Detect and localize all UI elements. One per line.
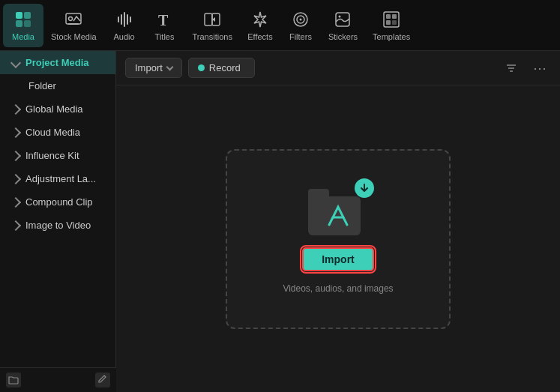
- import-button[interactable]: Import: [125, 58, 182, 78]
- import-chevron-icon: [166, 64, 173, 71]
- nav-label-effects: Effects: [247, 32, 272, 41]
- arrow-right-icon: [10, 150, 21, 160]
- nav-label-media: Media: [12, 32, 34, 41]
- svg-rect-15: [384, 12, 399, 27]
- svg-rect-0: [16, 12, 22, 19]
- svg-rect-6: [68, 23, 79, 25]
- sidebar-item-cloud-media[interactable]: Cloud Media: [0, 121, 115, 144]
- drop-zone[interactable]: Import Videos, audios, and images: [226, 149, 451, 329]
- nav-item-templates[interactable]: Templates: [365, 4, 418, 47]
- nav-label-titles: Titles: [155, 32, 175, 41]
- sidebar-item-compound-clip[interactable]: Compound Clip: [0, 190, 115, 214]
- bottom-edit-icon[interactable]: [95, 373, 110, 388]
- transitions-icon: [202, 10, 222, 29]
- sidebar-label-cloud-media: Cloud Media: [25, 127, 80, 138]
- nav-item-stock-media[interactable]: Stock Media: [43, 4, 104, 47]
- record-label: Record: [209, 62, 241, 73]
- sidebar-item-influence-kit[interactable]: Influence Kit: [0, 144, 115, 167]
- media-icon: [13, 10, 33, 29]
- sidebar-label-adjustment-layer: Adjustment La...: [25, 173, 96, 184]
- download-arrow-icon: [355, 178, 374, 198]
- svg-text:T: T: [158, 12, 169, 28]
- sidebar-label-image-to-video: Image to Video: [25, 220, 91, 231]
- svg-rect-3: [24, 20, 31, 27]
- nav-item-transitions[interactable]: Transitions: [185, 4, 240, 47]
- more-options-icon[interactable]: ⋯: [529, 57, 551, 79]
- arrow-right-icon: [10, 173, 21, 184]
- filter-toolbar-icon[interactable]: [500, 57, 523, 79]
- arrow-right-icon: [10, 127, 21, 137]
- sidebar-label-folder: Folder: [28, 80, 56, 91]
- filters-icon: [291, 10, 310, 29]
- svg-rect-18: [386, 20, 391, 25]
- bottom-folder-icon[interactable]: [6, 373, 21, 388]
- nav-item-filters[interactable]: Filters: [280, 4, 321, 47]
- arrow-right-icon: [10, 196, 21, 207]
- sidebar: Project Media Folder Global Media Cloud …: [0, 51, 116, 392]
- nav-item-effects[interactable]: Effects: [240, 4, 280, 47]
- svg-point-14: [339, 15, 341, 17]
- import-label: Import: [135, 62, 163, 73]
- sidebar-label-project-media: Project Media: [25, 57, 89, 68]
- svg-rect-16: [386, 14, 391, 19]
- nav-label-stock-media: Stock Media: [51, 32, 97, 41]
- nav-label-stickers: Stickers: [328, 32, 358, 41]
- svg-rect-2: [16, 20, 22, 27]
- nav-label-audio: Audio: [113, 32, 134, 41]
- nav-item-titles[interactable]: T Titles: [145, 4, 185, 47]
- arrow-right-icon: [10, 220, 21, 230]
- sidebar-item-image-to-video[interactable]: Image to Video: [0, 214, 115, 237]
- sidebar-item-adjustment-layer[interactable]: Adjustment La...: [0, 167, 115, 190]
- arrow-down-icon: [10, 57, 21, 67]
- svg-point-12: [299, 18, 301, 20]
- stickers-icon: [333, 10, 352, 29]
- sidebar-item-folder[interactable]: Folder: [0, 74, 115, 97]
- drop-zone-hint: Videos, audios, and images: [283, 283, 393, 294]
- nav-item-stickers[interactable]: Stickers: [321, 4, 365, 47]
- nav-label-transitions: Transitions: [193, 32, 232, 41]
- ellipsis-icon: ⋯: [533, 60, 547, 76]
- record-button[interactable]: Record: [188, 58, 255, 78]
- nav-label-templates: Templates: [373, 32, 410, 41]
- import-highlighted-button[interactable]: Import: [302, 247, 374, 271]
- arrow-right-icon: [10, 103, 21, 114]
- effects-icon: [250, 10, 270, 29]
- stock-media-icon: [64, 10, 83, 29]
- svg-rect-19: [392, 20, 397, 25]
- svg-rect-1: [24, 12, 31, 19]
- drop-zone-icon: [308, 184, 368, 235]
- sidebar-label-compound-clip: Compound Clip: [25, 196, 93, 208]
- nav-label-filters: Filters: [289, 32, 312, 41]
- sidebar-item-project-media[interactable]: Project Media: [0, 51, 115, 74]
- record-dot-icon: [198, 64, 205, 71]
- nav-item-audio[interactable]: Audio: [104, 4, 145, 47]
- folder-tab: [308, 189, 329, 196]
- main-layout: Project Media Folder Global Media Cloud …: [0, 51, 560, 392]
- svg-rect-8: [205, 13, 212, 25]
- sidebar-item-global-media[interactable]: Global Media: [0, 97, 115, 121]
- filmora-logo-icon: [323, 202, 353, 229]
- svg-rect-17: [392, 14, 397, 19]
- content-area: Import Record ⋯: [116, 51, 560, 392]
- nav-item-media[interactable]: Media: [3, 4, 43, 47]
- toolbar: Import Record ⋯: [116, 51, 560, 85]
- audio-icon: [115, 10, 134, 29]
- drop-zone-container: Import Videos, audios, and images: [116, 85, 560, 392]
- templates-icon: [382, 10, 401, 29]
- sidebar-label-influence-kit: Influence Kit: [25, 150, 79, 161]
- svg-point-5: [69, 16, 73, 20]
- sidebar-label-global-media: Global Media: [25, 103, 83, 115]
- top-navigation: Media Stock Media Audio T Titles: [0, 0, 560, 51]
- titles-icon: T: [155, 10, 175, 29]
